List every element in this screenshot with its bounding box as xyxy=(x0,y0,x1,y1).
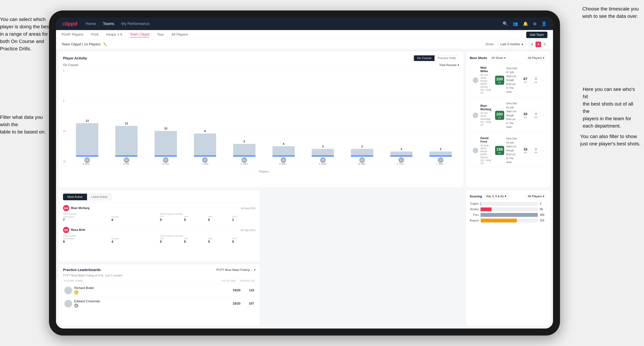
tablet-screen: clippd Home Teams My Performance 🔍 👥 🔔 ⊕… xyxy=(56,17,553,329)
bar-group-7: 3MMM. Miller xyxy=(344,69,380,173)
annotation-filter-player: You can also filter to show just one pla… xyxy=(580,133,640,148)
sec-nav-pgat[interactable]: PGAT Players xyxy=(62,32,84,37)
ma-player-1: RB Rees Britt 02 Sep 2023 Total Rounds T… xyxy=(63,224,256,246)
total-rounds-dropdown[interactable]: Total Rounds ▾ xyxy=(439,63,459,67)
lb-row-0: Richard Butler 1 19/20 110 xyxy=(63,284,256,297)
grid-view-btn[interactable]: ⊞ xyxy=(529,42,535,47)
least-active-tab[interactable]: Least Active xyxy=(87,194,112,200)
scoring-bar-track-2 xyxy=(480,213,538,217)
scoring-bar-track-0 xyxy=(480,202,538,206)
add-team-area: Add Team xyxy=(526,32,548,38)
chevron-down-icon-4: ▾ xyxy=(543,56,544,60)
scoring-bar-track-1 xyxy=(480,207,538,211)
chevron-down-icon-5: ▾ xyxy=(254,268,256,272)
chevron-down-icon-3: ▾ xyxy=(504,56,506,60)
nav-home[interactable]: Home xyxy=(86,21,96,26)
scoring-bar-track-3 xyxy=(481,219,538,222)
bars-wrapper: 13BMB. McHarg12RBR. Britt10DFD. Ford9JCJ… xyxy=(68,69,459,173)
bar-group-6: 3RBR. Butler xyxy=(304,69,341,173)
shot-card-1[interactable]: Blair McHarg 23 Jul 2023 · Ashridge GC, … xyxy=(470,99,547,132)
lb-col-name: PLAYER NAME xyxy=(64,279,83,282)
par-filter-dropdown[interactable]: Par 3, 4 & 5s ▾ xyxy=(484,194,508,199)
sec-nav-pga[interactable]: PGA xyxy=(91,32,98,37)
scoring-players-dropdown[interactable]: All Players ▾ xyxy=(526,194,547,199)
show-label: Show: xyxy=(486,42,494,46)
on-course-toggle[interactable]: On Course xyxy=(414,55,434,61)
add-team-button[interactable]: Add Team xyxy=(526,32,548,38)
bar-group-0: 13BMB. McHarg xyxy=(68,69,106,173)
bar-group-5: 4GBG. Billingham xyxy=(265,69,302,173)
bar-group-8: 2ECE. Crossman xyxy=(383,69,420,173)
chart-area: 15 10 5 0 xyxy=(63,69,459,184)
shot-details-0: Shot Dist: 67 yds Start Lie: Rough End L… xyxy=(506,66,519,94)
team-header: Team Clippd | 14 Players ✏️ Show: Last 3… xyxy=(56,40,553,49)
bar-group-1: 12RBR. Britt xyxy=(108,69,145,173)
ma-avatar-1: RB xyxy=(63,227,69,233)
lb-avg-1: 107 xyxy=(245,302,254,306)
best-shots-panel: Best Shots All Shots ▾ All Players ▾ Mat… xyxy=(466,52,550,187)
player-avatar-0: BM xyxy=(84,157,90,163)
bar-group-2: 10DFD. Ford xyxy=(147,69,184,173)
players-filter-dropdown[interactable]: All Players ▾ xyxy=(526,55,547,61)
sub-label: On Course xyxy=(63,63,78,67)
practice-dropdown[interactable]: PUTT Must Make Putting ... ▾ xyxy=(216,268,256,272)
bar-group-4: 5EEE. Ebert xyxy=(226,69,263,173)
most-active-tab[interactable]: Most Active xyxy=(63,194,87,200)
bell-icon[interactable]: 🔔 xyxy=(523,21,528,26)
lb-score-0: 19/20 xyxy=(232,289,240,292)
sec-nav-hcaps[interactable]: Hcaps 1-5 xyxy=(106,32,122,37)
practice-panel: Practice Leaderboards PUTT Must Make Put… xyxy=(59,264,260,326)
scoring-bar-0: Eagles 3 xyxy=(470,202,547,206)
people-icon[interactable]: 👥 xyxy=(513,21,518,26)
shot-metrics-1: 43 yds 0 yds xyxy=(521,110,540,120)
lb-score-1: 18/20 xyxy=(232,302,240,306)
sec-nav-team-clippd[interactable]: Team Clippd xyxy=(130,32,149,37)
lb-col-avg: PB AVG SQ xyxy=(240,279,255,282)
nav-teams[interactable]: Teams xyxy=(103,21,114,26)
shot-badge-1: 200 SG xyxy=(495,111,504,120)
player-avatar-3: JC xyxy=(202,157,208,163)
lb-avg-0: 110 xyxy=(245,289,254,292)
lb-rows: Richard Butler 1 19/20 110 Edward Crossm… xyxy=(63,284,256,310)
panel-header: Player Activity On Course Practice Drill… xyxy=(63,55,459,61)
shot-card-0[interactable]: Matt Miller 09 Jun 2023 · Royal North De… xyxy=(470,63,547,97)
tablet-frame: clippd Home Teams My Performance 🔍 👥 🔔 ⊕… xyxy=(49,10,560,336)
y-axis: 15 10 5 0 xyxy=(63,69,68,173)
bottom-panels: Practice Leaderboards PUTT Must Make Put… xyxy=(59,190,464,326)
shots-filter-dropdown[interactable]: All Shots ▾ xyxy=(489,55,508,61)
lb-header: PLAYER NAME PB SCORE PB AVG SQ xyxy=(63,279,256,282)
player-avatar-9: LR xyxy=(438,157,444,163)
search-icon[interactable]: 🔍 xyxy=(502,21,508,26)
show-dropdown[interactable]: Last 3 months ▾ xyxy=(498,41,526,47)
edit-team-icon[interactable]: ✏️ xyxy=(103,42,107,46)
logo: clippd xyxy=(62,21,77,27)
chevron-down-icon-2: ▾ xyxy=(458,63,459,67)
sec-nav-tour[interactable]: Tour xyxy=(157,32,164,37)
shot-player-avatar-2 xyxy=(473,148,478,153)
scoring-bar-1: Birdies 96 xyxy=(470,207,547,211)
team-name: Team Clippd | 14 Players xyxy=(62,42,100,46)
chevron-right-icon-2: › xyxy=(542,149,544,153)
add-circle-icon[interactable]: ⊕ xyxy=(533,21,536,26)
practice-drills-toggle[interactable]: Practice Drills xyxy=(434,55,459,61)
most-active-panel: Most Active Least Active BM Blair McHarg… xyxy=(59,190,260,262)
shot-details-2: Shot Dist: 16 yds Start Lie: Rough End L… xyxy=(506,137,519,164)
scoring-title: Scoring xyxy=(470,194,482,198)
user-icon[interactable]: 👤 xyxy=(542,21,547,26)
ma-players: BM Blair McHarg 26 Aug 2023 Total Rounds… xyxy=(63,202,256,246)
chevron-right-icon-1: › xyxy=(542,113,544,117)
lb-col-score: PB SCORE xyxy=(222,279,236,282)
ma-avatar-0: BM xyxy=(63,205,69,211)
best-shots-header: Best Shots All Shots ▾ All Players ▾ xyxy=(470,55,547,61)
player-avatar-2: DF xyxy=(163,157,168,163)
chevron-right-icon-0: › xyxy=(542,78,544,82)
heart-view-btn[interactable]: ♥ xyxy=(536,42,541,47)
sec-nav-all-players[interactable]: All Players xyxy=(172,32,188,37)
lb-row-1: Edward Crossman 2 18/20 107 xyxy=(63,297,256,310)
shot-metrics-0: 67 yds 0 yds xyxy=(521,75,540,85)
ma-player-0: BM Blair McHarg 26 Aug 2023 Total Rounds… xyxy=(63,202,256,224)
scoring-panel: Scoring Par 3, 4 & 5s ▾ All Players ▾ Ea… xyxy=(466,190,550,326)
list-view-btn[interactable]: ☰ xyxy=(542,42,548,47)
shot-card-2[interactable]: David Ford 24 Aug 2023 · Royal North Dev… xyxy=(470,134,547,167)
nav-my-performance[interactable]: My Performance xyxy=(121,21,150,26)
